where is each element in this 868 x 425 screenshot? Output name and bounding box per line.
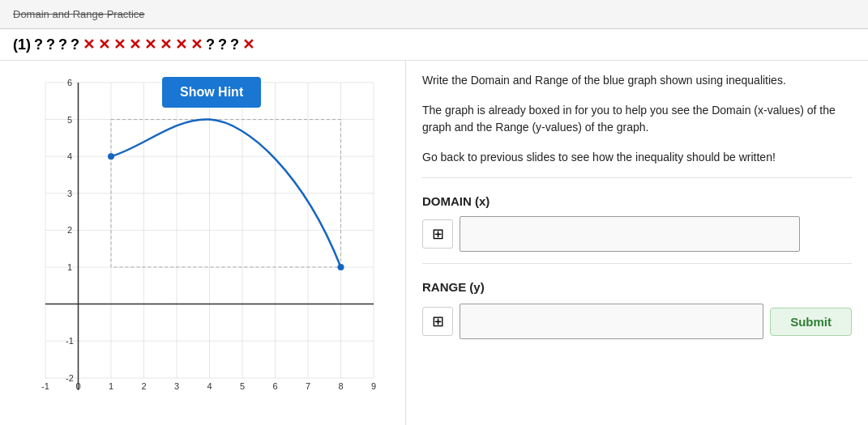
- range-input[interactable]: [460, 304, 763, 339]
- show-hint-button[interactable]: Show Hint: [162, 77, 261, 108]
- submit-button[interactable]: Submit: [770, 308, 852, 336]
- y-label-4: 4: [67, 151, 72, 161]
- x8: ✕: [190, 36, 203, 53]
- q2: ?: [46, 36, 55, 53]
- x-label-neg1: -1: [41, 381, 49, 391]
- x-label-0: 0: [75, 381, 80, 391]
- y-label-neg2: -2: [66, 373, 74, 383]
- y-label-5: 5: [67, 115, 72, 125]
- top-bar-title: Domain and Range Practice: [13, 8, 145, 20]
- x6: ✕: [160, 36, 172, 53]
- y-label-neg1: -1: [66, 336, 74, 346]
- keyboard-icon-2: ⊞: [432, 312, 444, 330]
- top-bar: Domain and Range Practice: [0, 0, 868, 29]
- x-label-3: 3: [174, 381, 179, 391]
- divider1: [422, 177, 852, 178]
- x9: ✕: [242, 36, 254, 53]
- x-label-8: 8: [338, 381, 343, 391]
- domain-input[interactable]: [460, 216, 800, 252]
- range-input-row: ⊞ Submit: [422, 302, 852, 339]
- q6: ?: [218, 36, 227, 53]
- divider2: [422, 263, 852, 264]
- x2: ✕: [98, 36, 110, 53]
- graph-panel: Show Hint: [0, 61, 405, 425]
- graph-container: 0 1 2 3 4 5 6 7 8 9 -1 6 5 4 3 2: [13, 70, 386, 410]
- graph-svg: 0 1 2 3 4 5 6 7 8 9 -1 6 5 4 3 2: [13, 70, 386, 402]
- x-label-5: 5: [240, 381, 245, 391]
- range-keyboard-button[interactable]: ⊞: [422, 307, 453, 336]
- range-label: RANGE (y): [422, 280, 852, 294]
- x-label-7: 7: [306, 381, 310, 391]
- y-label-6: 6: [67, 78, 72, 87]
- y-label-2: 2: [67, 225, 72, 235]
- domain-input-row: ⊞: [422, 216, 852, 252]
- y-label-1: 1: [67, 262, 72, 272]
- instruction-line3: Go back to previous slides to see how th…: [422, 149, 852, 166]
- x3: ✕: [113, 36, 126, 53]
- curve-start-dot: [108, 153, 114, 159]
- problem-number: (1): [13, 36, 31, 53]
- x4: ✕: [129, 36, 141, 53]
- instruction-line2: The graph is already boxed in for you to…: [422, 102, 852, 136]
- x-label-9: 9: [371, 381, 376, 391]
- q4: ?: [71, 36, 79, 53]
- main-content: Show Hint: [0, 61, 868, 425]
- x-label-4: 4: [207, 381, 212, 391]
- q5: ?: [206, 36, 215, 53]
- right-panel: Write the Domain and Range of the blue g…: [405, 61, 868, 425]
- q7: ?: [230, 36, 239, 53]
- x5: ✕: [144, 36, 156, 53]
- curve-end-dot: [338, 264, 344, 270]
- domain-label: DOMAIN (x): [422, 194, 852, 208]
- q1: ?: [34, 36, 43, 53]
- instruction-line1: Write the Domain and Range of the blue g…: [422, 72, 852, 89]
- x7: ✕: [175, 36, 187, 53]
- x-label-2: 2: [141, 381, 146, 391]
- y-label-3: 3: [67, 189, 72, 198]
- problem-header: (1) ? ? ? ? ✕ ✕ ✕ ✕ ✕ ✕ ✕ ✕ ? ? ? ✕: [0, 29, 868, 61]
- keyboard-icon: ⊞: [432, 225, 444, 243]
- domain-keyboard-button[interactable]: ⊞: [422, 219, 453, 249]
- q3: ?: [58, 36, 67, 53]
- x-label-6: 6: [272, 381, 277, 391]
- x1: ✕: [83, 36, 95, 53]
- x-label-1: 1: [109, 381, 113, 391]
